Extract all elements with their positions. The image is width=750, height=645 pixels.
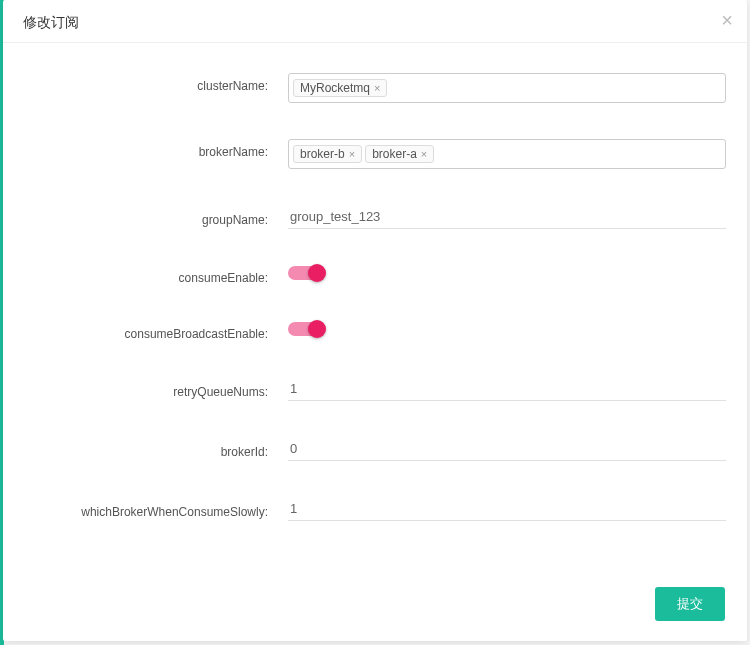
- label-whichBrokerWhenConsumeSlowly: whichBrokerWhenConsumeSlowly:: [23, 499, 288, 519]
- input-retryQueueNums[interactable]: [288, 377, 726, 401]
- label-consumeBroadcastEnable: consumeBroadcastEnable:: [23, 321, 288, 341]
- tag-remove-icon[interactable]: ×: [374, 83, 380, 94]
- tag-label: MyRocketmq: [300, 81, 370, 95]
- label-brokerId: brokerId:: [23, 439, 288, 459]
- label-retryQueueNums: retryQueueNums:: [23, 379, 288, 399]
- tag-label: broker-a: [372, 147, 417, 161]
- toggle-consumeEnable[interactable]: [288, 266, 324, 280]
- broker-tag: broker-b×: [293, 145, 362, 163]
- modal-footer: 提交: [3, 577, 747, 641]
- label-clusterName: clusterName:: [23, 73, 288, 93]
- toggle-consumeBroadcastEnable[interactable]: [288, 322, 324, 336]
- broker-tag: broker-a×: [365, 145, 434, 163]
- edit-subscription-modal: × 修改订阅 clusterName: MyRocketmq× brokerNa…: [3, 0, 747, 641]
- input-brokerId[interactable]: [288, 437, 726, 461]
- submit-button[interactable]: 提交: [655, 587, 725, 621]
- close-icon[interactable]: ×: [717, 6, 737, 34]
- cluster-tag: MyRocketmq×: [293, 79, 387, 97]
- input-clusterName[interactable]: MyRocketmq×: [288, 73, 726, 103]
- tag-label: broker-b: [300, 147, 345, 161]
- modal-title: 修改订阅: [3, 0, 747, 43]
- input-whichBrokerWhenConsumeSlowly[interactable]: [288, 497, 726, 521]
- input-groupName[interactable]: [288, 205, 726, 229]
- input-brokerName[interactable]: broker-b×broker-a×: [288, 139, 726, 169]
- label-brokerName: brokerName:: [23, 139, 288, 159]
- label-consumeEnable: consumeEnable:: [23, 265, 288, 285]
- tag-remove-icon[interactable]: ×: [421, 149, 427, 160]
- form-body: clusterName: MyRocketmq× brokerName: bro…: [3, 43, 747, 577]
- label-groupName: groupName:: [23, 207, 288, 227]
- tag-remove-icon[interactable]: ×: [349, 149, 355, 160]
